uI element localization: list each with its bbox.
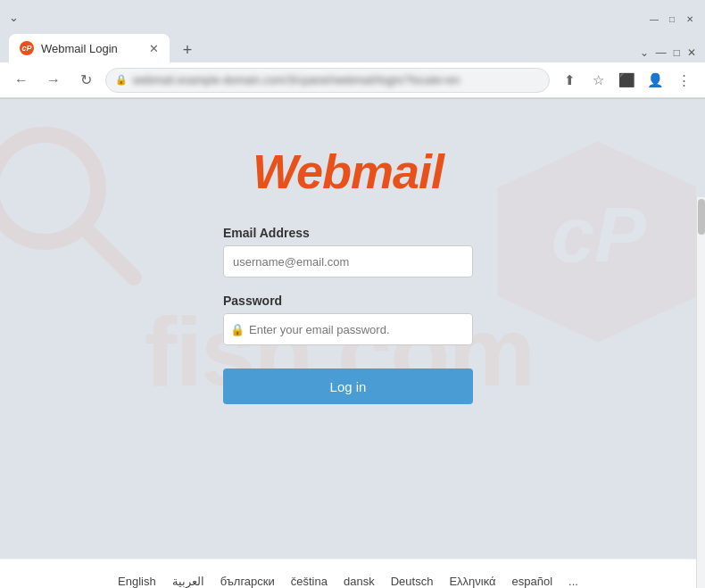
lang-czech[interactable]: čeština	[291, 575, 328, 588]
lang-english[interactable]: English	[118, 575, 156, 588]
tab-close-icon: ✕	[687, 46, 696, 59]
tab-minimize-icon: —	[656, 46, 667, 59]
password-input[interactable]	[223, 313, 473, 345]
forward-button[interactable]: →	[41, 68, 66, 93]
email-form-group: Email Address	[223, 226, 473, 277]
lang-danish[interactable]: dansk	[344, 575, 375, 588]
tab-expand-icon: ⌄	[640, 46, 649, 59]
lang-spanish[interactable]: español	[512, 575, 553, 588]
close-button[interactable]: ✕	[684, 12, 696, 25]
password-lock-icon: 🔒	[230, 323, 245, 336]
extensions-button[interactable]: ⬛	[614, 68, 639, 93]
password-label: Password	[223, 294, 473, 308]
tab-favicon: cP	[20, 41, 34, 55]
email-input[interactable]	[223, 245, 473, 277]
lang-bulgarian[interactable]: български	[220, 575, 275, 588]
password-wrapper: 🔒	[223, 313, 473, 345]
back-button[interactable]: ←	[9, 68, 34, 93]
reload-button[interactable]: ↻	[73, 68, 98, 93]
scrollbar[interactable]	[696, 197, 705, 588]
chevron-down-icon: ⌄	[9, 11, 19, 24]
lang-arabic[interactable]: العربية	[172, 575, 204, 588]
share-button[interactable]: ⬆	[557, 68, 582, 93]
content-area: cP fish.com Webmail Email Address Passwo…	[0, 99, 696, 588]
password-form-group: Password 🔒	[223, 294, 473, 345]
lang-greek[interactable]: Ελληνικά	[449, 575, 495, 588]
webmail-logo: Webmail	[253, 144, 444, 199]
navigation-bar: ← → ↻ 🔒 webmail.example-domain.com/3/cpa…	[0, 62, 705, 98]
email-label: Email Address	[223, 226, 473, 240]
lock-icon: 🔒	[115, 74, 128, 86]
bookmark-button[interactable]: ☆	[585, 68, 610, 93]
profile-button[interactable]: 👤	[643, 68, 668, 93]
active-tab[interactable]: cP Webmail Login ✕	[9, 34, 170, 62]
menu-button[interactable]: ⋮	[671, 68, 696, 93]
url-text: webmail.example-domain.com/3/cpanel/webm…	[133, 74, 460, 87]
page-wrapper: cP fish.com Webmail Email Address Passwo…	[0, 99, 705, 588]
language-bar: English العربية български čeština dansk …	[0, 559, 696, 588]
new-tab-button[interactable]: +	[175, 37, 200, 62]
tab-title: Webmail Login	[41, 42, 118, 55]
nav-bar-actions: ⬆ ☆ ⬛ 👤 ⋮	[557, 68, 696, 93]
lang-more[interactable]: ...	[568, 575, 578, 588]
tab-close-button[interactable]: ✕	[149, 42, 159, 55]
tab-window-icon: □	[674, 46, 680, 59]
address-bar[interactable]: 🔒 webmail.example-domain.com/3/cpanel/we…	[105, 68, 550, 93]
title-bar-left: ⌄	[9, 11, 19, 28]
window-controls: — □ ✕	[648, 12, 696, 25]
title-bar: ⌄ — □ ✕	[0, 0, 705, 32]
login-container: Webmail Email Address Password 🔒 Log in	[0, 99, 696, 404]
window-minimize-area: ⌄	[9, 11, 19, 28]
tab-bar: cP Webmail Login ✕ + ⌄ — □ ✕	[0, 32, 705, 62]
minimize-button[interactable]: —	[648, 12, 660, 25]
scrollbar-thumb[interactable]	[698, 199, 705, 235]
login-button[interactable]: Log in	[223, 369, 473, 404]
browser-chrome: ⌄ — □ ✕ cP Webmail Login ✕ + ⌄ — □ ✕ ← →…	[0, 0, 705, 99]
maximize-button[interactable]: □	[666, 12, 678, 25]
lang-german[interactable]: Deutsch	[391, 575, 434, 588]
tab-bar-actions: ⌄ — □ ✕	[640, 46, 696, 62]
